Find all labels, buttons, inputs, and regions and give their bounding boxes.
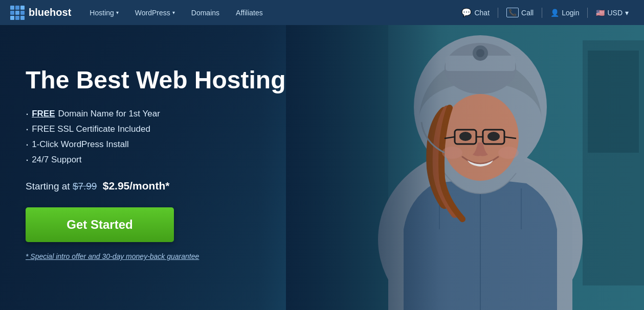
feature-domain-text: Domain Name for 1st Year	[58, 109, 160, 119]
new-price: $2.95/month*	[103, 180, 170, 192]
hero-section: The Best Web Hosting FREE Domain Name fo…	[0, 25, 644, 310]
chevron-down-icon: ▾	[116, 10, 119, 15]
feature-wp-text: 1-Click WordPress Install	[32, 139, 129, 150]
brand-name: bluehost	[29, 7, 71, 18]
currency-selector[interactable]: 🇺🇸 USD ▾	[591, 0, 634, 25]
feature-ssl: FREE SSL Certificate Included	[26, 124, 285, 135]
chat-icon	[461, 8, 472, 17]
user-icon: 👤	[550, 9, 559, 17]
hero-features-list: FREE Domain Name for 1st Year FREE SSL C…	[26, 108, 285, 165]
login-button[interactable]: 👤 Login	[545, 0, 584, 25]
nav-domains[interactable]: Domains	[183, 0, 228, 25]
nav-divider-3	[587, 8, 588, 18]
feature-domain: FREE Domain Name for 1st Year	[26, 108, 285, 120]
feature-ssl-text: FREE SSL Certificate Included	[32, 124, 150, 134]
price-prefix: Starting at	[26, 181, 73, 192]
nav-affiliates[interactable]: Affiliates	[228, 0, 271, 25]
feature-wordpress: 1-Click WordPress Install	[26, 139, 285, 150]
feature-support: 24/7 Support	[26, 154, 285, 165]
hero-title: The Best Web Hosting	[26, 66, 285, 94]
nav-right-section: Chat 📞 Call 👤 Login 🇺🇸 USD ▾	[456, 0, 634, 25]
nav-divider	[498, 8, 498, 18]
get-started-button[interactable]: Get Started	[26, 207, 174, 242]
nav-hosting[interactable]: Hosting ▾	[81, 0, 126, 25]
nav-divider-2	[542, 8, 542, 18]
chat-button[interactable]: Chat	[456, 0, 495, 25]
flag-icon: 🇺🇸	[596, 9, 605, 17]
hero-price: Starting at $7.99 $2.95/month*	[26, 180, 285, 192]
chevron-down-icon: ▾	[625, 9, 629, 17]
feature-free-label: FREE	[32, 109, 55, 119]
chevron-down-icon: ▾	[172, 10, 175, 15]
nav-wordpress[interactable]: WordPress ▾	[127, 0, 183, 25]
nav-links: Hosting ▾ WordPress ▾ Domains Affiliates	[81, 0, 456, 25]
call-icon: 📞	[506, 8, 519, 17]
call-button[interactable]: 📞 Call	[501, 0, 539, 25]
logo-link[interactable]: bluehost	[10, 6, 71, 20]
hero-footnote[interactable]: * Special intro offer and 30-day money-b…	[26, 252, 285, 260]
feature-support-text: 24/7 Support	[32, 155, 81, 165]
original-price: $7.99	[73, 181, 97, 192]
navbar: bluehost Hosting ▾ WordPress ▾ Domains A…	[0, 0, 644, 25]
hero-content: The Best Web Hosting FREE Domain Name fo…	[26, 66, 285, 260]
logo-grid-icon	[10, 6, 25, 20]
